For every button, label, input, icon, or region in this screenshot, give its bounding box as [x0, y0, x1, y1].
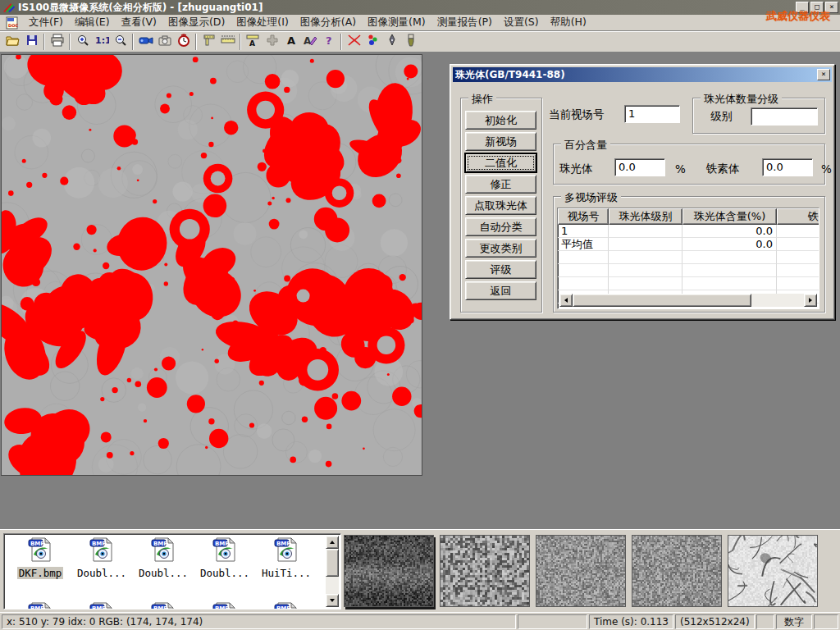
file-item-partial-3[interactable]: BMP [134, 601, 193, 609]
pearlite-percent-sign: % [675, 162, 686, 176]
annotate-button[interactable]: A [300, 33, 319, 51]
file-label[interactable]: Doubl... [75, 567, 128, 579]
current-field-input[interactable]: 1 [624, 105, 680, 123]
menu-item-8[interactable]: 测量报告(P) [431, 14, 498, 31]
menu-item-7[interactable]: 图像测量(M) [362, 14, 431, 31]
caliper-button[interactable] [199, 33, 218, 51]
measure-label-button[interactable]: A [244, 33, 262, 51]
column-header-4[interactable]: 铁素体 [777, 208, 819, 225]
ferrite-input[interactable]: 0.0 [762, 158, 813, 176]
print-button[interactable] [48, 33, 66, 51]
zoom-out-button[interactable] [111, 33, 130, 51]
file-item-1[interactable]: BMPDKF.bmp [11, 536, 70, 579]
file-label[interactable]: HuiTi... [260, 567, 313, 579]
caliper-icon [203, 34, 216, 49]
scrollbar-track[interactable] [751, 294, 804, 307]
column-header-1[interactable]: 视场号 [558, 208, 609, 225]
menu-item-4[interactable]: 图像显示(D) [162, 14, 231, 31]
open-button[interactable] [3, 33, 22, 51]
menu-item-2[interactable]: 编辑(E) [69, 14, 116, 31]
file-item-3[interactable]: BMPDoubl... [134, 536, 193, 579]
table-hscrollbar[interactable] [559, 294, 817, 307]
file-item-5[interactable]: BMPHuiTi... [257, 536, 316, 579]
dialog-close-icon[interactable]: × [817, 69, 830, 80]
capture-button[interactable] [155, 33, 174, 51]
file-item-partial-2[interactable]: BMP [72, 601, 131, 609]
scroll-up-icon[interactable] [326, 536, 339, 549]
table-row[interactable]: 平均值0.0 [558, 238, 819, 251]
table-cell [777, 225, 819, 238]
svg-text:DOC: DOC [8, 23, 18, 28]
scrollbar-thumb[interactable] [326, 549, 339, 577]
rating-table[interactable]: 视场号珠光体级别珠光体含量(%)铁素体10.0平均值0.0 [557, 208, 819, 309]
table-cell [558, 277, 609, 290]
save-button[interactable] [22, 33, 41, 51]
timer-button[interactable] [174, 33, 193, 51]
pen-button[interactable] [382, 33, 401, 51]
pearlite-input[interactable]: 0.0 [614, 158, 665, 176]
table-row[interactable]: 10.0 [558, 225, 819, 238]
table-row[interactable] [558, 264, 819, 277]
thumbnail-2[interactable] [440, 535, 530, 607]
file-item-4[interactable]: BMPDoubl... [195, 536, 254, 579]
op-button-6[interactable]: 自动分类 [465, 217, 536, 236]
op-button-1[interactable]: 初始化 [465, 111, 536, 130]
help-button[interactable]: ? [319, 33, 338, 51]
op-button-9[interactable]: 返回 [465, 281, 536, 300]
svg-text:BMP: BMP [30, 605, 44, 609]
op-button-4[interactable]: 修正 [465, 175, 536, 194]
file-label[interactable]: Doubl... [199, 567, 251, 579]
file-browser-scrollbar[interactable] [326, 536, 339, 607]
video-camera-button[interactable] [136, 33, 155, 51]
menu-item-5[interactable]: 图像处理(I) [231, 14, 294, 31]
pattern-grid-button[interactable] [262, 33, 281, 51]
scroll-right-icon[interactable] [804, 294, 817, 307]
thumbnail-3[interactable] [536, 535, 626, 607]
menu-item-3[interactable]: 查看(V) [116, 14, 162, 31]
binarized-micrograph-image[interactable] [1, 54, 422, 476]
thumbnail-4[interactable] [632, 535, 722, 607]
op-button-3[interactable]: 二值化 [465, 153, 536, 172]
file-label[interactable]: Doubl... [137, 567, 189, 579]
toolbar-separator [132, 34, 134, 50]
grade-input[interactable] [751, 107, 818, 126]
open-icon [6, 34, 21, 49]
curve-tool-button[interactable] [345, 33, 363, 51]
phase-dots-button[interactable] [363, 33, 382, 51]
brush-button[interactable] [401, 33, 420, 51]
op-button-5[interactable]: 点取珠光体 [465, 196, 536, 215]
file-item-2[interactable]: BMPDoubl... [72, 536, 131, 579]
scroll-down-icon[interactable] [326, 594, 339, 607]
thumbnail-5[interactable] [728, 535, 818, 607]
menu-item-1[interactable]: 文件(F) [23, 14, 69, 31]
ruler-button[interactable] [218, 33, 237, 51]
column-header-2[interactable]: 珠光体级别 [609, 208, 682, 225]
table-row[interactable] [558, 277, 819, 290]
grade-legend: 珠光体数量分级 [701, 92, 782, 107]
zoom-in-button[interactable] [73, 33, 92, 51]
menu-item-10[interactable]: 帮助(H) [545, 14, 592, 31]
scroll-left-icon[interactable] [559, 294, 573, 307]
op-button-8[interactable]: 评级 [465, 260, 536, 279]
scrollbar-thumb[interactable] [573, 294, 751, 307]
thumbnail-1[interactable] [344, 535, 434, 607]
file-item-partial-4[interactable]: BMP [195, 601, 254, 609]
file-item-partial-5[interactable]: BMP [257, 601, 316, 609]
dialog-title-bar[interactable]: 珠光体(GB/T9441-88) × [453, 67, 832, 82]
table-cell [609, 238, 682, 251]
table-cell [682, 264, 777, 277]
op-button-2[interactable]: 新视场 [465, 132, 536, 151]
menu-item-9[interactable]: 设置(S) [498, 14, 545, 31]
table-row[interactable] [558, 251, 819, 264]
annotate-icon: A [303, 34, 317, 49]
file-item-partial-1[interactable]: BMP [11, 601, 70, 609]
op-button-7[interactable]: 更改类别 [465, 239, 536, 258]
status-blank-3 [814, 614, 838, 629]
toolbar: 1:1AAA? [0, 31, 840, 52]
document-icon[interactable]: DOC [5, 16, 20, 30]
menu-item-6[interactable]: 图像分析(A) [294, 14, 362, 31]
actual-size-button[interactable]: 1:1 [92, 33, 111, 51]
text-button[interactable]: A [281, 33, 300, 51]
file-label[interactable]: DKF.bmp [17, 567, 64, 579]
column-header-3[interactable]: 珠光体含量(%) [682, 208, 777, 225]
